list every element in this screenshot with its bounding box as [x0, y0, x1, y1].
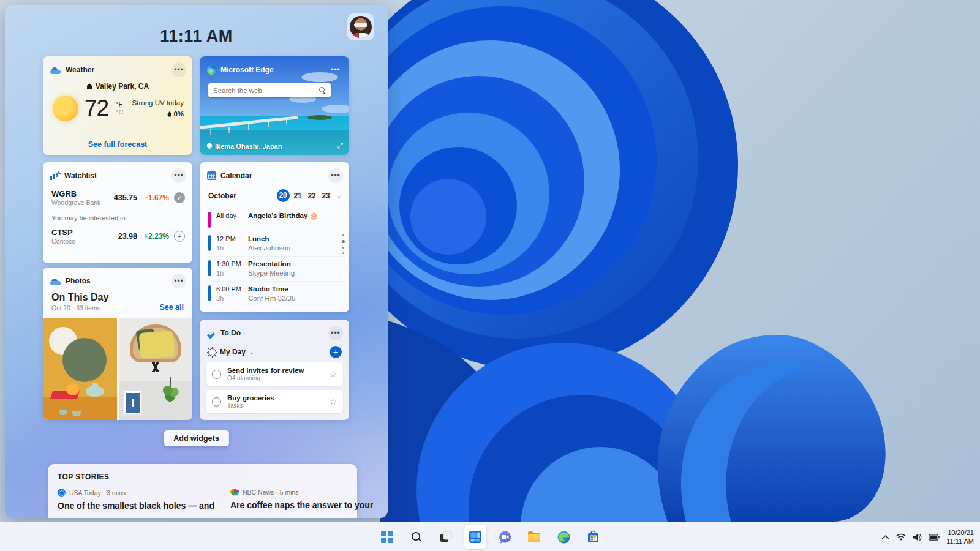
calendar-event-studio-time[interactable]: 6:00 PM 3h Studio Time Conf Rm 32/35 — [208, 281, 345, 306]
news-article-usa-today[interactable]: USA Today · 3 mins One of the smallest b… — [58, 489, 214, 511]
tray-clock[interactable]: 10/20/21 11:11 AM — [946, 528, 974, 545]
task-view-button[interactable] — [435, 525, 457, 549]
widgets-button[interactable] — [464, 525, 486, 549]
add-task-button[interactable]: + — [330, 346, 342, 358]
volume-icon[interactable] — [913, 533, 922, 541]
stock-company: Woodgrove Bank — [51, 199, 105, 206]
edge-search-input[interactable] — [213, 87, 315, 94]
stock-added-check-icon[interactable]: ✓ — [174, 192, 185, 203]
news-article-nbc[interactable]: NBC News · 5 mins Are coffee naps the an… — [230, 489, 373, 511]
event-duration: 1h — [216, 269, 248, 278]
tray-date: 10/20/21 — [946, 528, 974, 537]
stock-row-wgrb[interactable]: WGRB Woodgrove Bank 435.75 -1.67% ✓ — [43, 183, 192, 206]
precipitation-value: 0% — [173, 110, 184, 118]
search-button[interactable] — [405, 525, 428, 549]
calendar-day-20[interactable]: 20 — [277, 189, 290, 202]
event-subtitle: Skype Meeting — [248, 269, 345, 278]
calendar-event-presentation[interactable]: 1:30 PM 1h Presentation Skype Meeting — [208, 256, 345, 281]
edge-browser-button[interactable] — [552, 525, 575, 549]
file-explorer-button[interactable] — [523, 525, 545, 549]
photos-more-button[interactable]: ••• — [172, 274, 186, 288]
event-title: Angela's Birthday — [248, 212, 307, 219]
task-complete-radio[interactable] — [212, 397, 221, 407]
event-color-bar — [208, 212, 211, 228]
watchlist-title: Watchlist — [64, 171, 167, 180]
watchlist-more-button[interactable]: ••• — [172, 168, 186, 183]
start-button[interactable] — [376, 525, 398, 549]
microsoft-store-button[interactable] — [582, 525, 604, 549]
task-row-send-invites[interactable]: Send invites for review Q4 planning ☆ — [206, 362, 343, 386]
photos-widget: Photos ••• On This Day Oct 20 · 33 items… — [43, 268, 192, 420]
calendar-day-21[interactable]: 21 — [291, 192, 305, 200]
weather-location-row[interactable]: Valley Park, CA — [43, 82, 192, 91]
calendar-more-button[interactable]: ••• — [328, 168, 343, 183]
edge-widget: Microsoft Edge ••• Ikema Ohashi, Japan ⤢ — [200, 56, 349, 155]
onedrive-cloud-icon — [50, 277, 61, 285]
wallpaper-bloom — [380, 0, 980, 522]
event-time: 12 PM — [216, 234, 248, 244]
stock-row-ctsp[interactable]: CTSP Contoso 23.98 +2.23% + — [43, 222, 192, 245]
edge-search-box[interactable] — [208, 83, 331, 97]
task-complete-radio[interactable] — [212, 370, 221, 379]
edge-caption-text: Ikema Ohashi, Japan — [215, 143, 282, 150]
tray-chevron-up-icon[interactable] — [881, 534, 889, 540]
location-pin-icon — [207, 143, 212, 150]
edge-photo-caption: Ikema Ohashi, Japan — [207, 143, 282, 150]
event-time: 1:30 PM — [216, 260, 248, 269]
photos-title: Photos — [66, 277, 167, 285]
birthday-cake-emoji: 🎂 — [310, 212, 318, 219]
chat-button[interactable] — [494, 525, 516, 549]
temperature-value: 72 — [85, 96, 108, 121]
chevron-down-icon[interactable]: ⌄ — [337, 192, 342, 199]
event-duration: 3h — [216, 294, 248, 303]
event-color-bar — [208, 260, 211, 276]
see-all-link[interactable]: See all — [159, 303, 184, 312]
battery-icon[interactable] — [929, 534, 940, 541]
my-day-label[interactable]: My Day — [220, 348, 246, 356]
event-subtitle: Conf Rm 32/35 — [248, 294, 345, 303]
calendar-icon — [207, 171, 216, 180]
weather-icon — [50, 66, 61, 73]
photo-thumbnail-still-life[interactable] — [43, 318, 117, 420]
todo-more-button[interactable]: ••• — [328, 326, 343, 340]
article-headline: One of the smallest black holes — and — [58, 501, 214, 511]
todo-title: To Do — [221, 329, 324, 337]
widgets-panel: 11:11 AM Weather ••• Valley Park, CA 72 … — [5, 5, 388, 518]
search-icon — [410, 531, 423, 543]
user-avatar[interactable] — [347, 13, 374, 40]
edge-more-button[interactable]: ••• — [328, 62, 343, 77]
task-star-icon[interactable]: ☆ — [329, 397, 337, 407]
see-full-forecast-link[interactable]: See full forecast — [43, 140, 192, 149]
windows-logo-icon — [380, 530, 394, 544]
task-row-buy-groceries[interactable]: Buy groceries Tasks ☆ — [206, 390, 343, 413]
stock-company: Contoso — [51, 238, 105, 245]
calendar-title: Calendar — [221, 171, 324, 180]
top-stories-panel: TOP STORIES USA Today · 3 mins One of th… — [48, 464, 357, 518]
stock-add-button[interactable]: + — [174, 231, 185, 242]
photo-thumbnail-chair[interactable] — [119, 318, 193, 420]
wifi-icon[interactable] — [896, 533, 906, 541]
chevron-down-icon[interactable]: ⌄ — [249, 349, 254, 355]
event-title: Studio Time — [248, 285, 345, 294]
unit-fahrenheit[interactable]: °F — [116, 101, 123, 108]
chat-icon — [498, 530, 512, 544]
add-widgets-button[interactable]: Add widgets — [164, 430, 228, 446]
unit-celsius[interactable]: °C — [116, 108, 123, 116]
task-title: Buy groceries — [227, 394, 323, 402]
calendar-day-22[interactable]: 22 — [305, 192, 319, 200]
weather-more-button[interactable]: ••• — [172, 62, 186, 77]
temperature-units[interactable]: °F °C — [116, 101, 123, 116]
tray-time: 11:11 AM — [946, 537, 974, 545]
calendar-event-lunch[interactable]: 12 PM 1h Lunch Alex Johnson — [208, 231, 345, 256]
top-stories-header: TOP STORIES — [58, 473, 347, 481]
calendar-day-23[interactable]: 23 — [319, 192, 333, 200]
desktop: 11:11 AM Weather ••• Valley Park, CA 72 … — [0, 0, 980, 551]
task-view-icon — [439, 530, 453, 544]
article-meta: USA Today · 3 mins — [69, 489, 126, 497]
droplet-icon — [167, 111, 172, 117]
expand-icon[interactable]: ⤢ — [337, 141, 343, 150]
calendar-scroll-indicator[interactable] — [342, 234, 345, 254]
task-star-icon[interactable]: ☆ — [329, 369, 337, 379]
calendar-event-birthday[interactable]: All day Angela's Birthday 🎂 — [208, 208, 345, 231]
weather-condition: Strong UV today — [132, 99, 184, 107]
